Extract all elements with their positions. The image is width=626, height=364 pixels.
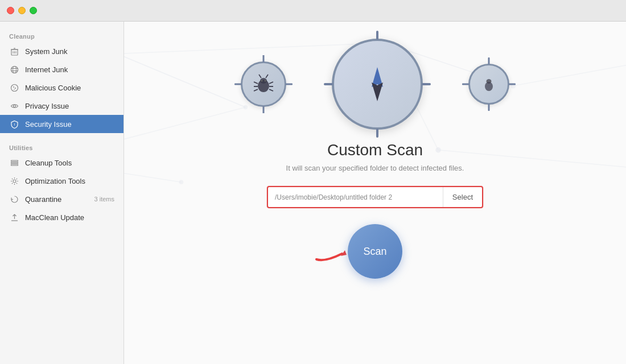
app-body: Cleanup System Junk: [0, 22, 626, 364]
eye-icon: [9, 101, 19, 111]
globe-icon: [9, 64, 19, 75]
cookie-icon: [9, 82, 19, 93]
svg-line-47: [254, 82, 258, 84]
page-title: Custom Scan: [327, 141, 423, 159]
utilities-section-label: Utilities: [0, 140, 123, 154]
svg-point-10: [11, 84, 18, 91]
sidebar: Cleanup System Junk: [0, 22, 124, 364]
titlebar: [0, 0, 626, 22]
svg-line-34: [124, 53, 245, 107]
minimize-button[interactable]: [18, 7, 26, 14]
quarantine-icon: [9, 194, 19, 204]
svg-point-19: [13, 180, 16, 183]
compass-circle-main: [332, 39, 423, 130]
svg-line-50: [269, 82, 273, 84]
quarantine-badge: 3 items: [94, 196, 114, 202]
sidebar-item-quarantine[interactable]: Quarantine 3 items: [0, 190, 123, 208]
sidebar-item-system-junk[interactable]: System Junk: [0, 42, 123, 60]
maximize-button[interactable]: [30, 7, 37, 14]
svg-point-56: [265, 80, 266, 82]
svg-point-11: [13, 86, 14, 88]
sidebar-item-cleanup-tools[interactable]: Cleanup Tools: [0, 154, 123, 172]
svg-line-52: [269, 89, 273, 91]
internet-junk-label: Internet Junk: [25, 65, 114, 74]
svg-point-14: [13, 105, 15, 107]
privacy-issue-label: Privacy Issue: [25, 102, 114, 110]
main-content: Custom Scan It will scan your specified …: [124, 22, 626, 364]
svg-text:!: !: [14, 123, 15, 126]
svg-line-37: [513, 64, 626, 86]
tools-icon: [9, 158, 19, 168]
traffic-lights: [7, 7, 37, 14]
scan-button-area: Scan: [348, 224, 402, 279]
sidebar-item-privacy-issue[interactable]: Privacy Issue: [0, 97, 123, 115]
svg-point-61: [487, 81, 488, 82]
macclean-update-label: MacClean Update: [25, 213, 114, 222]
upload-icon: [9, 212, 19, 222]
svg-line-49: [254, 89, 258, 91]
bug-scan-circle-left: [241, 61, 286, 107]
svg-rect-16: [11, 160, 18, 162]
svg-point-6: [11, 66, 18, 73]
icons-row: [241, 39, 509, 130]
close-button[interactable]: [7, 7, 14, 14]
sidebar-item-optimization-tools[interactable]: Optimization Tools: [0, 172, 123, 190]
cleanup-section-label: Cleanup: [0, 28, 123, 42]
content-area: Custom Scan It will scan your specified …: [124, 141, 626, 279]
cleanup-tools-label: Cleanup Tools: [25, 159, 114, 167]
path-input-row: Select: [267, 186, 483, 208]
sidebar-item-internet-junk[interactable]: Internet Junk: [0, 60, 123, 78]
svg-line-54: [266, 75, 268, 78]
sidebar-item-macclean-update[interactable]: MacClean Update: [0, 208, 123, 226]
svg-marker-58: [372, 82, 383, 101]
svg-line-53: [259, 75, 261, 78]
path-input[interactable]: [268, 188, 443, 207]
select-button[interactable]: Select: [443, 187, 482, 207]
svg-point-13: [14, 89, 15, 90]
svg-point-55: [261, 80, 263, 82]
compass-left-arm: [324, 83, 333, 85]
malicious-cookie-label: Malicious Cookie: [25, 84, 114, 92]
scan-circle-small-right: [468, 64, 509, 105]
system-junk-label: System Junk: [25, 47, 114, 56]
shield-icon: !: [9, 119, 19, 129]
gear-icon: [9, 176, 19, 186]
optimization-tools-label: Optimization Tools: [25, 177, 114, 185]
sidebar-item-malicious-cookie[interactable]: Malicious Cookie: [0, 78, 123, 97]
scan-button[interactable]: Scan: [348, 224, 402, 279]
compass-right-arm: [422, 83, 431, 85]
svg-rect-18: [11, 164, 18, 166]
svg-point-12: [15, 88, 16, 89]
sidebar-item-security-issue[interactable]: ! Security Issue: [0, 115, 123, 133]
svg-rect-17: [11, 162, 18, 163]
svg-point-62: [489, 81, 491, 82]
security-issue-label: Security Issue: [25, 120, 114, 129]
quarantine-label: Quarantine: [25, 195, 89, 204]
page-subtitle: It will scan your specified folder to de…: [286, 164, 464, 172]
svg-point-7: [13, 66, 16, 73]
trash-icon: [9, 46, 19, 56]
